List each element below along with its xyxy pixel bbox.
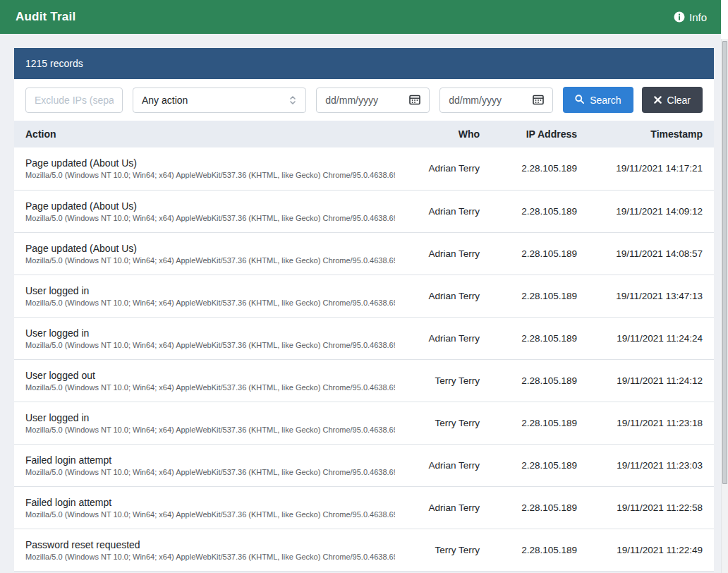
timestamp-cell: 19/11/2021 14:09:12 xyxy=(588,190,714,232)
records-count-text: 1215 records xyxy=(25,58,83,69)
timestamp-cell: 19/11/2021 11:24:24 xyxy=(588,317,714,359)
date-to-input[interactable]: dd/mm/yyyy xyxy=(439,88,553,113)
audit-table: Action Who IP Address Timestamp Page upd… xyxy=(14,121,714,572)
action-cell: User logged in Mozilla/5.0 (Windows NT 1… xyxy=(14,402,406,444)
action-title: Failed login attempt xyxy=(25,454,395,466)
calendar-icon[interactable] xyxy=(409,95,420,105)
ip-address-cell: 2.28.105.189 xyxy=(491,402,588,444)
ip-address-cell: 2.28.105.189 xyxy=(491,232,588,275)
action-title: Page updated (About Us) xyxy=(25,157,395,169)
audit-table-header: Action Who IP Address Timestamp xyxy=(14,121,714,147)
who-cell: Terry Terry xyxy=(406,359,491,402)
ip-address-cell: 2.28.105.189 xyxy=(491,359,588,402)
audit-table-body: Page updated (About Us) Mozilla/5.0 (Win… xyxy=(14,147,714,571)
user-agent-text: Mozilla/5.0 (Windows NT 10.0; Win64; x64… xyxy=(25,383,395,392)
search-button[interactable]: Search xyxy=(563,87,633,113)
calendar-icon[interactable] xyxy=(533,95,544,105)
column-header-action: Action xyxy=(14,121,406,147)
ip-address-cell: 2.28.105.189 xyxy=(491,190,588,232)
top-header-bar: Audit Trail Info xyxy=(0,0,722,34)
timestamp-cell: 19/11/2021 11:22:58 xyxy=(588,486,714,529)
timestamp-cell: 19/11/2021 11:22:49 xyxy=(588,529,714,571)
who-cell: Adrian Terry xyxy=(406,317,491,359)
action-title: User logged out xyxy=(25,370,395,381)
chevron-up-down-icon xyxy=(289,95,297,106)
info-button[interactable]: Info xyxy=(674,11,707,23)
user-agent-text: Mozilla/5.0 (Windows NT 10.0; Win64; x64… xyxy=(25,298,395,307)
table-row: Page updated (About Us) Mozilla/5.0 (Win… xyxy=(14,232,714,275)
action-title: Password reset requested xyxy=(25,539,395,550)
ip-address-cell: 2.28.105.189 xyxy=(491,147,588,190)
table-row: User logged out Mozilla/5.0 (Windows NT … xyxy=(14,359,714,402)
x-icon xyxy=(654,95,662,106)
exclude-ips-input[interactable] xyxy=(25,88,123,113)
user-agent-text: Mozilla/5.0 (Windows NT 10.0; Win64; x64… xyxy=(25,214,395,222)
who-cell: Adrian Terry xyxy=(406,147,491,190)
ip-address-cell: 2.28.105.189 xyxy=(491,317,588,359)
ip-address-cell: 2.28.105.189 xyxy=(491,486,588,529)
timestamp-cell: 19/11/2021 14:08:57 xyxy=(588,232,714,275)
date-from-value: dd/mm/yyyy xyxy=(325,95,378,106)
timestamp-cell: 19/11/2021 11:24:12 xyxy=(588,359,714,402)
action-title: User logged in xyxy=(25,327,395,339)
who-cell: Adrian Terry xyxy=(406,190,491,232)
search-button-label: Search xyxy=(590,95,621,106)
info-icon xyxy=(674,11,685,23)
user-agent-text: Mozilla/5.0 (Windows NT 10.0; Win64; x64… xyxy=(25,553,395,561)
timestamp-cell: 19/11/2021 13:47:13 xyxy=(588,275,714,317)
scrollbar-thumb[interactable] xyxy=(722,41,727,484)
search-icon xyxy=(575,95,584,106)
who-cell: Terry Terry xyxy=(406,402,491,444)
action-cell: Failed login attempt Mozilla/5.0 (Window… xyxy=(14,486,406,529)
date-to-value: dd/mm/yyyy xyxy=(449,95,502,106)
action-cell: Page updated (About Us) Mozilla/5.0 (Win… xyxy=(14,232,406,275)
action-title: Page updated (About Us) xyxy=(25,200,395,212)
table-row: User logged in Mozilla/5.0 (Windows NT 1… xyxy=(14,402,714,444)
action-cell: Failed login attempt Mozilla/5.0 (Window… xyxy=(14,444,406,486)
clear-button[interactable]: Clear xyxy=(642,87,703,113)
user-agent-text: Mozilla/5.0 (Windows NT 10.0; Win64; x64… xyxy=(25,171,395,179)
user-agent-text: Mozilla/5.0 (Windows NT 10.0; Win64; x64… xyxy=(25,510,395,519)
scrollbar-track[interactable] xyxy=(721,39,728,573)
action-cell: User logged in Mozilla/5.0 (Windows NT 1… xyxy=(14,275,406,317)
table-row: Failed login attempt Mozilla/5.0 (Window… xyxy=(14,486,714,529)
filter-bar: Any action dd/mm/yyyy dd/mm/yyyy xyxy=(14,79,714,121)
ip-address-cell: 2.28.105.189 xyxy=(491,529,588,571)
table-row: Failed login attempt Mozilla/5.0 (Window… xyxy=(14,444,714,486)
who-cell: Terry Terry xyxy=(406,529,491,571)
table-row: User logged in Mozilla/5.0 (Windows NT 1… xyxy=(14,275,714,317)
action-cell: Page updated (About Us) Mozilla/5.0 (Win… xyxy=(14,147,406,190)
ip-address-cell: 2.28.105.189 xyxy=(491,275,588,317)
ip-address-cell: 2.28.105.189 xyxy=(491,444,588,486)
clear-button-label: Clear xyxy=(667,95,691,106)
table-row: Page updated (About Us) Mozilla/5.0 (Win… xyxy=(14,147,714,190)
who-cell: Adrian Terry xyxy=(406,444,491,486)
column-header-who: Who xyxy=(406,121,491,147)
who-cell: Adrian Terry xyxy=(406,275,491,317)
records-count-bar: 1215 records xyxy=(14,48,714,79)
action-select[interactable]: Any action xyxy=(133,88,306,113)
action-cell: Password reset requested Mozilla/5.0 (Wi… xyxy=(14,529,406,571)
action-cell: Page updated (About Us) Mozilla/5.0 (Win… xyxy=(14,190,406,232)
who-cell: Adrian Terry xyxy=(406,486,491,529)
page-title: Audit Trail xyxy=(16,10,75,24)
who-cell: Adrian Terry xyxy=(406,232,491,275)
action-title: User logged in xyxy=(25,285,395,296)
table-row: User logged in Mozilla/5.0 (Windows NT 1… xyxy=(14,317,714,359)
action-title: Failed login attempt xyxy=(25,497,395,508)
audit-trail-card: 1215 records Any action dd/mm/yyyy xyxy=(14,48,714,572)
user-agent-text: Mozilla/5.0 (Windows NT 10.0; Win64; x64… xyxy=(25,256,395,265)
user-agent-text: Mozilla/5.0 (Windows NT 10.0; Win64; x64… xyxy=(25,468,395,476)
scrollbar[interactable] xyxy=(721,0,728,573)
timestamp-cell: 19/11/2021 14:17:21 xyxy=(588,147,714,190)
user-agent-text: Mozilla/5.0 (Windows NT 10.0; Win64; x64… xyxy=(25,341,395,349)
table-row: Password reset requested Mozilla/5.0 (Wi… xyxy=(14,529,714,571)
column-header-timestamp: Timestamp xyxy=(588,121,714,147)
timestamp-cell: 19/11/2021 11:23:18 xyxy=(588,402,714,444)
user-agent-text: Mozilla/5.0 (Windows NT 10.0; Win64; x64… xyxy=(25,426,395,434)
action-cell: User logged out Mozilla/5.0 (Windows NT … xyxy=(14,359,406,402)
timestamp-cell: 19/11/2021 11:23:03 xyxy=(588,444,714,486)
date-from-input[interactable]: dd/mm/yyyy xyxy=(316,88,430,113)
action-cell: User logged in Mozilla/5.0 (Windows NT 1… xyxy=(14,317,406,359)
action-title: User logged in xyxy=(25,412,395,423)
